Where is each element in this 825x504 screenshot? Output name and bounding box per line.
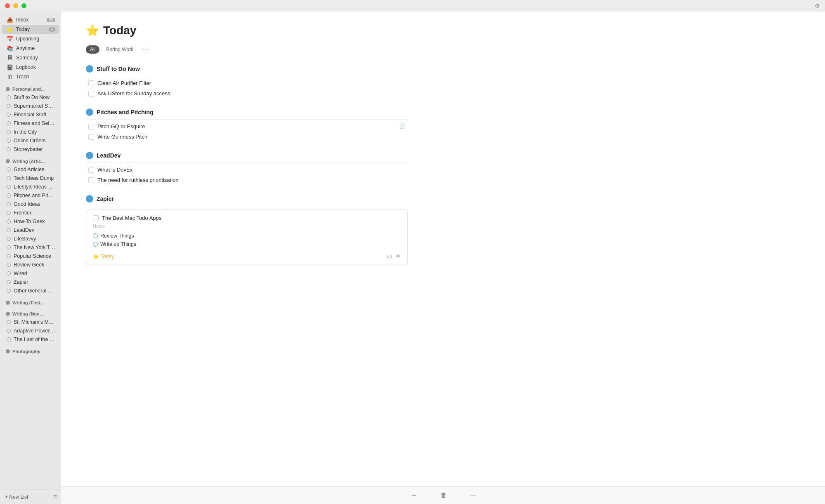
sidebar-item-tech-ideas[interactable]: Tech Ideas Dump	[2, 174, 59, 182]
sidebar-item-in-the-city[interactable]: In the City	[2, 128, 59, 136]
main-content: ⭐ Today All Boring Work ··· Stuff to Do …	[61, 12, 825, 504]
task-checkbox[interactable]	[88, 124, 94, 130]
section-stuff-to-do-now-icon	[86, 65, 93, 73]
sidebar-item-supermarket[interactable]: Supermarket Sho...	[2, 102, 59, 110]
task-text: Ask UStore for Sunday access	[97, 90, 405, 97]
new-list-button[interactable]: + New List	[2, 493, 31, 501]
task-row[interactable]: Clean Air Purifier Filter	[86, 78, 408, 88]
today-badge: 7	[49, 27, 55, 32]
filter-more-button[interactable]: ···	[140, 46, 151, 53]
page-title: Today	[103, 24, 136, 37]
sidebar-item-stoneybatter[interactable]: Stoneybatter	[2, 145, 59, 153]
filter-tab-all[interactable]: All	[86, 45, 99, 54]
sidebar-item-pitches[interactable]: Pitches and Pitch...	[2, 191, 59, 200]
toolbar-arrow-button[interactable]: →	[407, 490, 421, 501]
sidebar-item-logbook[interactable]: 📓 Logbook	[2, 63, 59, 72]
sidebar-item-nyt[interactable]: The New York Ti...	[2, 243, 59, 252]
trash-icon: 🗑	[7, 73, 13, 80]
sidebar: 📥 Inbox 35 ⭐ Today 7 📅 Upcoming 📚 Anytim…	[0, 12, 61, 504]
sidebar-item-upcoming[interactable]: 📅 Upcoming	[2, 34, 59, 43]
sidebar-item-financial[interactable]: Financial Stuff	[2, 111, 59, 119]
sidebar-item-stuff-to-do[interactable]: Stuff to Do Now	[2, 93, 59, 101]
minimize-button[interactable]	[13, 3, 18, 8]
sidebar-item-adaptive[interactable]: Adaptive Powerli...	[2, 327, 59, 335]
sidebar-item-st-michams[interactable]: St. Micham's Mu...	[2, 318, 59, 326]
task-flag-button[interactable]: ⚑	[395, 253, 401, 260]
task-checkbox[interactable]	[88, 134, 94, 140]
bottom-toolbar: → 🗑 ···	[61, 486, 825, 504]
section-zapier-title: Zapier	[97, 195, 114, 202]
writing-ficti-group: Writing (Ficti...	[0, 296, 61, 306]
sidebar-item-review-geek[interactable]: Review Geek	[2, 261, 59, 269]
sidebar-item-wired[interactable]: Wired	[2, 269, 59, 278]
task-checkbox[interactable]	[88, 177, 94, 183]
filter-icon[interactable]: ≡	[51, 492, 59, 502]
photography-header[interactable]: Photography	[0, 345, 61, 355]
task-checkbox[interactable]	[88, 91, 94, 97]
toolbar-more-button[interactable]: ···	[467, 490, 479, 501]
sidebar-item-lifesavvy[interactable]: LifeSavvy	[2, 235, 59, 243]
sidebar-item-leaddev[interactable]: LeadDev	[2, 226, 59, 234]
fitness-icon	[7, 121, 11, 125]
section-leaddev-icon	[86, 152, 93, 159]
writing-artic-label: Writing (Artic...	[12, 159, 45, 164]
close-button[interactable]	[5, 3, 10, 8]
lifesavvy-icon	[7, 237, 11, 241]
personal-group-header[interactable]: Personal and...	[0, 82, 61, 93]
sidebar-item-stuff-to-do-label: Stuff to Do Now	[14, 94, 55, 100]
sidebar-item-other-general[interactable]: Other General Wr...	[2, 287, 59, 295]
writing-non-header[interactable]: Writing (Non...	[0, 307, 61, 318]
maximize-button[interactable]	[21, 3, 26, 8]
writing-ficti-header[interactable]: Writing (Ficti...	[0, 296, 61, 306]
sidebar-item-last-of-s[interactable]: The Last of the S...	[2, 335, 59, 344]
filter-tab-boring-work[interactable]: Boring Work	[102, 45, 137, 54]
sidebar-item-today[interactable]: ⭐ Today 7	[2, 25, 59, 34]
sidebar-item-how-to-geek[interactable]: How-To Geek	[2, 217, 59, 226]
task-card-checkbox[interactable]	[93, 215, 99, 221]
sidebar-item-someday-label: Someday	[16, 55, 55, 61]
sidebar-item-anytime-label: Anytime	[16, 45, 55, 51]
inbox-icon: 📥	[7, 16, 13, 23]
settings-icon: ⚙	[815, 2, 820, 9]
task-row[interactable]: Pitch GQ or Esquire 📄	[86, 121, 408, 132]
task-row[interactable]: Write Guinness Pitch	[86, 132, 408, 142]
photography-dot	[6, 349, 10, 353]
sidebar-item-popular-science[interactable]: Popular Science	[2, 252, 59, 260]
sidebar-item-fitness[interactable]: Fitness and Self I...	[2, 119, 59, 127]
in-the-city-icon	[7, 130, 11, 134]
task-card-expanded[interactable]: The Best Mac Todo Apps Notes Review Thin…	[86, 210, 408, 265]
sidebar-item-trash[interactable]: 🗑 Trash	[2, 72, 59, 81]
sidebar-item-zapier[interactable]: Zapier	[2, 278, 59, 286]
task-checkbox[interactable]	[88, 80, 94, 86]
sidebar-item-good-ideas[interactable]: Good Ideas	[2, 200, 59, 208]
sidebar-item-someday[interactable]: 🗄 Someday	[2, 53, 59, 62]
personal-group: Personal and... Stuff to Do Now Supermar…	[0, 82, 61, 154]
task-row[interactable]: Ask UStore for Sunday access	[86, 88, 408, 99]
task-card-date: ⭐ Today	[93, 254, 114, 259]
sidebar-item-frontier[interactable]: Frontier	[2, 209, 59, 217]
sidebar-item-fitness-label: Fitness and Self I...	[14, 120, 55, 126]
online-orders-icon	[7, 139, 11, 143]
writing-artic-header[interactable]: Writing (Artic...	[0, 155, 61, 165]
sidebar-item-stoneybatter-label: Stoneybatter	[14, 146, 55, 152]
task-row[interactable]: What is DevEx	[86, 165, 408, 175]
section-leaddev-title: LeadDev	[97, 152, 121, 159]
page-header: ⭐ Today	[86, 24, 408, 37]
sidebar-item-online-orders[interactable]: Online Orders	[2, 137, 59, 145]
sidebar-item-st-michams-label: St. Micham's Mu...	[14, 319, 55, 325]
task-row[interactable]: The need for ruthless prioritisation	[86, 175, 408, 185]
task-card-header: The Best Mac Todo Apps	[93, 215, 401, 221]
sidebar-item-how-to-geek-label: How-To Geek	[14, 219, 55, 224]
checklist-item: Review Things	[93, 232, 401, 240]
task-tag-button[interactable]: 🏷	[386, 253, 392, 260]
sidebar-item-trash-label: Trash	[16, 74, 55, 80]
sidebar-item-lifestyle[interactable]: Lifestyle Ideas Du...	[2, 183, 59, 191]
task-checkbox[interactable]	[88, 167, 94, 173]
sidebar-item-inbox[interactable]: 📥 Inbox 35	[2, 15, 59, 24]
sidebar-item-good-articles[interactable]: Good Articles	[2, 165, 59, 174]
section-stuff-to-do-now-title: Stuff to Do Now	[97, 66, 140, 72]
sidebar-item-anytime[interactable]: 📚 Anytime	[2, 44, 59, 53]
toolbar-trash-button[interactable]: 🗑	[437, 490, 450, 501]
last-of-s-icon	[7, 337, 11, 341]
task-card-title: The Best Mac Todo Apps	[102, 215, 401, 221]
